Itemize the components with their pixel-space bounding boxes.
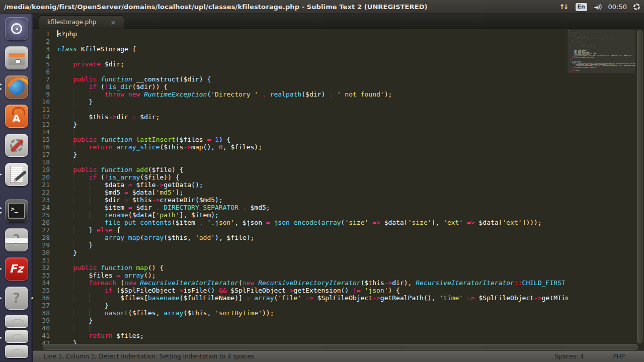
code-line[interactable]: [57, 256, 568, 264]
unknown-app-focused-icon: ?: [5, 287, 28, 310]
code-line[interactable]: }: [57, 151, 568, 158]
code-line[interactable]: }: [57, 317, 568, 324]
code-line[interactable]: [57, 128, 568, 136]
syntax-selector[interactable]: PHP: [613, 353, 625, 360]
launcher-item-unknown-app-progress[interactable]: ?: [0, 227, 33, 252]
code-line[interactable]: [57, 158, 568, 166]
vertical-scrollbar-thumb[interactable]: [637, 30, 642, 343]
code-line[interactable]: [57, 38, 568, 45]
launcher-item-system-settings[interactable]: [0, 133, 33, 157]
clock[interactable]: 00:50: [608, 3, 627, 11]
code-line[interactable]: public function map() {: [57, 264, 568, 272]
tab-close-icon[interactable]: ×: [110, 19, 116, 26]
code-line[interactable]: $md5 = $data['md5'];: [57, 189, 568, 196]
system-tray: ↑↓ En ◄)) 00:50: [559, 0, 640, 14]
running-indicator: ▸: [0, 162, 2, 187]
line-number: 34: [33, 279, 50, 287]
network-sync-icon[interactable]: ↑↓: [559, 3, 569, 11]
code-line[interactable]: file_put_contents($item . '.json', $json…: [57, 219, 568, 226]
line-number: 4: [33, 53, 50, 60]
code-line[interactable]: if (!is_dir($dir)) {: [57, 83, 568, 90]
line-number: 35: [33, 287, 50, 294]
code-line[interactable]: return $files;: [57, 332, 568, 339]
line-number: 15: [33, 136, 50, 143]
code-line[interactable]: private $dir;: [57, 60, 568, 68]
line-number: 37: [33, 302, 50, 309]
code-line[interactable]: $data = $file->getData();: [57, 181, 568, 189]
unity-launcher: ▸▸A▸▸▸>_?▸Fz▸?◂▸: [0, 14, 33, 362]
line-number: 8: [33, 83, 50, 90]
text-editor-icon: [5, 163, 28, 186]
line-number: 1: [33, 30, 50, 38]
session-gear-icon[interactable]: [633, 4, 640, 10]
line-number: 33: [33, 272, 50, 279]
launcher-item-dash-home[interactable]: [0, 16, 33, 41]
code-line[interactable]: $dir = $this->createDir($md5);: [57, 196, 568, 204]
code-line[interactable]: if ($SplFileObject->isFile() && $SplFile…: [57, 287, 568, 294]
line-number: 9: [33, 90, 50, 98]
window-title: /media/koenig/first/OpenServer/domains/l…: [0, 3, 428, 11]
running-indicator: ▸▸: [0, 198, 2, 223]
code-line[interactable]: <?php: [57, 30, 568, 38]
line-number: 19: [33, 166, 50, 173]
code-line[interactable]: $this->dir = $dir;: [57, 113, 568, 121]
volume-icon[interactable]: ◄)): [594, 4, 602, 11]
line-number: 10: [33, 98, 50, 106]
code-line[interactable]: }: [57, 98, 568, 106]
unknown-app-progress-icon: ?: [5, 228, 28, 251]
code-line[interactable]: $files[basename($fullFileName)] = array(…: [57, 294, 568, 302]
line-number: 11: [33, 106, 50, 113]
code-line[interactable]: }: [57, 121, 568, 128]
code-line[interactable]: public function lastInsert($files = 1) {: [57, 136, 568, 143]
launcher-item-text-editor[interactable]: ▸: [0, 162, 33, 187]
code-line[interactable]: class KfileStorage {: [57, 45, 568, 53]
code-line[interactable]: if (!is_array($file)) {: [57, 173, 568, 181]
line-number: 41: [33, 332, 50, 339]
code-line[interactable]: public function add($file) {: [57, 166, 568, 173]
code-line[interactable]: }: [57, 249, 568, 256]
code-line[interactable]: throw new RuntimeException('Directory ' …: [57, 90, 568, 98]
line-number: 36: [33, 294, 50, 302]
code-line[interactable]: [57, 324, 568, 332]
launcher-item-filezilla[interactable]: ▸Fz: [0, 256, 33, 281]
tab-kfilestorage[interactable]: kfilestorage.php ×: [39, 15, 124, 29]
system-settings-icon: [5, 134, 28, 157]
code-line[interactable]: foreach (new RecursiveIteratorIterator(n…: [57, 279, 568, 287]
code-line[interactable]: uasort($files, array($this, 'sortByTime'…: [57, 309, 568, 317]
terminal-icon: >_: [5, 199, 28, 222]
code-line[interactable]: $files = array();: [57, 272, 568, 279]
code-line[interactable]: rename($data['path'], $item);: [57, 211, 568, 219]
indentation-setting[interactable]: Spaces: 4: [554, 353, 584, 360]
horizontal-scrollbar-thumb[interactable]: [43, 344, 638, 350]
launcher-item-terminal[interactable]: ▸▸>_: [0, 198, 33, 223]
vertical-scrollbar[interactable]: [636, 30, 643, 343]
code-line[interactable]: [57, 53, 568, 60]
launcher-item-file-manager[interactable]: [0, 45, 33, 70]
code-line[interactable]: }: [57, 302, 568, 309]
code-line[interactable]: array_map(array($this, 'add'), $file);: [57, 234, 568, 241]
code-line[interactable]: [57, 106, 568, 113]
launcher-item-firefox[interactable]: ▸▸: [0, 74, 33, 99]
code-line[interactable]: $item = $dir . DIRECTORY_SEPARATOR . $md…: [57, 204, 568, 211]
launcher-item-unknown-app-focused[interactable]: ▸?◂: [0, 286, 33, 310]
code-line[interactable]: return array_slice($this->map(), 0, $fil…: [57, 143, 568, 151]
code-line[interactable]: } else {: [57, 226, 568, 234]
tab-label: kfilestorage.php: [47, 19, 96, 26]
code-line[interactable]: [57, 68, 568, 75]
line-number: 40: [33, 324, 50, 332]
line-number: 20: [33, 173, 50, 181]
minimap[interactable]: <?phpclass KfileStorage {private $dir;pu…: [568, 29, 635, 350]
code-text-area[interactable]: <?phpclass KfileStorage {private $dir;pu…: [57, 30, 568, 347]
line-number: 6: [33, 68, 50, 75]
launcher-item-software-center[interactable]: A: [0, 104, 33, 128]
code-line[interactable]: }: [57, 241, 568, 249]
launcher-item-removable-drives[interactable]: ▸: [0, 315, 33, 361]
keyboard-layout-indicator[interactable]: En: [576, 3, 587, 11]
line-number: 13: [33, 121, 50, 128]
line-number: 38: [33, 309, 50, 317]
running-indicator: ▸: [0, 286, 2, 310]
code-editor[interactable]: 1234567891011121314151617181920212223242…: [33, 29, 644, 350]
line-number: 21: [33, 181, 50, 189]
code-line[interactable]: public function __construct($dir) {: [57, 75, 568, 83]
horizontal-scrollbar[interactable]: [43, 344, 638, 350]
